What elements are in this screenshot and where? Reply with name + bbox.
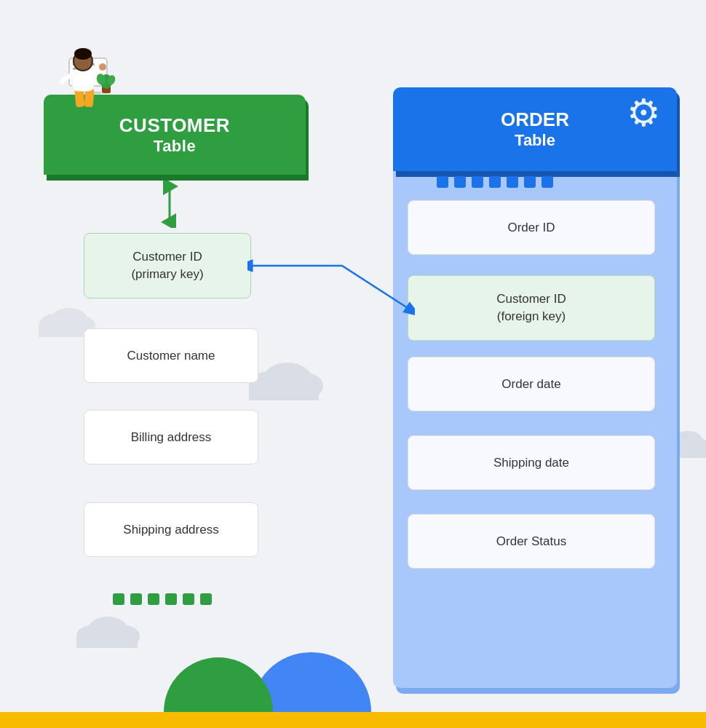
foreign-key-arrow (247, 226, 415, 335)
billing-address-field: Billing address (84, 410, 258, 464)
customer-table-title: CUSTOMER (119, 114, 230, 137)
svg-point-11 (99, 63, 106, 71)
order-dots (437, 176, 553, 188)
customer-table-subtitle: Table (154, 137, 196, 156)
shipping-address-label: Shipping address (123, 523, 218, 537)
customer-dots (113, 593, 212, 605)
bottom-bar (0, 712, 706, 728)
order-table-subtitle: Table (515, 131, 555, 150)
shipping-date-label: Shipping date (493, 456, 569, 470)
shipping-date-field: Shipping date (408, 435, 655, 490)
order-id-label: Order ID (507, 221, 555, 235)
order-status-field: Order Status (408, 514, 655, 569)
svg-point-14 (74, 48, 92, 60)
svg-rect-29 (249, 386, 319, 400)
order-status-label: Order Status (496, 534, 566, 549)
svg-rect-37 (76, 636, 138, 648)
person-illustration (47, 22, 127, 119)
order-date-field: Order date (408, 357, 655, 411)
order-table-title: ORDER (501, 108, 569, 131)
svg-rect-8 (72, 69, 94, 91)
order-date-label: Order date (501, 377, 560, 392)
customer-id-label: Customer ID(primary key) (131, 248, 203, 283)
cloud-bottom-left (73, 612, 142, 648)
shipping-address-field: Shipping address (84, 502, 258, 557)
customer-id-field: Customer ID(primary key) (84, 233, 251, 298)
billing-address-label: Billing address (131, 430, 212, 445)
customer-name-field: Customer name (84, 328, 258, 383)
updown-arrow (159, 181, 181, 228)
order-id-field: Order ID (408, 200, 655, 255)
order-customer-id-label: Customer ID(foreign key) (496, 290, 566, 325)
order-customer-id-field: Customer ID(foreign key) (408, 275, 655, 341)
gear-icon: ⚙ (627, 91, 661, 135)
customer-name-label: Customer name (127, 349, 215, 363)
